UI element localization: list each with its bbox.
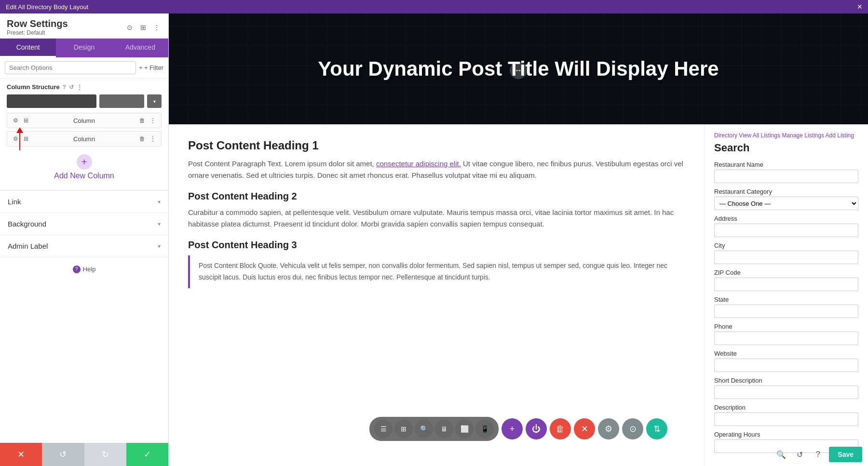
preset-label[interactable]: Preset: Default — [7, 29, 68, 36]
more-icon[interactable]: ⋮ — [152, 23, 162, 32]
help-section: ? Help — [0, 257, 168, 280]
state-input[interactable] — [714, 305, 858, 318]
column-row-2: ⚙ ⊞ Column 🗑 ⋮ — [7, 131, 162, 146]
accordion-background: Background ▾ — [0, 213, 168, 235]
short-description-input[interactable] — [714, 386, 858, 399]
city-input[interactable] — [714, 251, 858, 264]
save-bar: 🔍 ↺ ? Save — [774, 443, 868, 466]
mobile-icon-btn[interactable]: 📱 — [475, 420, 494, 438]
column-row-1: ⚙ ⊞ Column 🗑 ⋮ — [7, 113, 162, 128]
bottom-toolbar: ☰ ⊞ 🔍 🖥 ⬜ 📱 + ⏻ 🗑 ✕ ⚙ ⊙ ⇅ — [369, 417, 667, 441]
post-block-quote: Post Content Block Quote. Vehicula velit… — [188, 255, 685, 288]
post-heading-2: Post Content Heading 2 — [188, 191, 685, 202]
address-input[interactable] — [714, 224, 858, 237]
accordion-link: Link ▾ — [0, 190, 168, 213]
website-input[interactable] — [714, 359, 858, 372]
state-label: State — [714, 296, 858, 303]
breadcrumb-all-listings[interactable]: All Listings — [753, 132, 780, 139]
restaurant-category-label: Restaurant Category — [714, 188, 858, 195]
search-options-bar: + + Filter — [0, 57, 168, 79]
drag-handle[interactable]: ↔ — [510, 62, 527, 79]
target-toolbar-button[interactable]: ⊙ — [622, 418, 643, 439]
accordion-link-header[interactable]: Link ▾ — [0, 191, 168, 213]
add-button[interactable]: + — [502, 418, 523, 439]
column-more-icon-2[interactable]: ⋮ — [149, 134, 157, 143]
column-delete-icon-2[interactable]: 🗑 — [138, 134, 147, 143]
layout-icon[interactable]: ⊞ — [138, 23, 148, 32]
breadcrumb-add-listing[interactable]: Add Listing — [826, 132, 854, 139]
help-button[interactable]: ? Help — [73, 266, 96, 273]
breadcrumb-directory-view[interactable]: Directory View — [714, 132, 751, 139]
post-paragraph-2: Curabitur a commodo sapien, at pellentes… — [188, 207, 685, 230]
description-label: Description — [714, 404, 858, 411]
restaurant-name-input[interactable] — [714, 170, 858, 183]
column-more-icon-1[interactable]: ⋮ — [149, 116, 157, 125]
help-circle-icon[interactable]: ? — [63, 84, 66, 91]
tab-advanced[interactable]: Advanced — [112, 39, 168, 57]
zip-code-input[interactable] — [714, 278, 858, 291]
column-delete-icon-1[interactable]: 🗑 — [138, 116, 147, 125]
cancel-button[interactable]: ✕ — [0, 443, 42, 466]
column-bar-wide — [7, 94, 96, 108]
phone-label: Phone — [714, 323, 858, 330]
chevron-down-icon-bg: ▾ — [158, 221, 161, 227]
column-bar-select[interactable]: ▾ — [147, 94, 162, 108]
hero-banner: Your Dynamic Post Title Will Display Her… — [169, 13, 868, 124]
description-input[interactable] — [714, 413, 858, 426]
desktop-icon-btn[interactable]: 🖥 — [435, 420, 453, 438]
phone-input[interactable] — [714, 332, 858, 345]
accordion-admin-label-header[interactable]: Admin Label ▾ — [0, 235, 168, 257]
tab-design[interactable]: Design — [56, 39, 112, 57]
post-link[interactable]: consectetur adipiscing elit. — [376, 160, 461, 168]
reset-icon[interactable]: ↺ — [69, 84, 74, 91]
close-toolbar-button[interactable]: ✕ — [574, 418, 595, 439]
redo-button[interactable]: ↻ — [84, 443, 126, 466]
column-settings-icon-2[interactable]: ⚙ — [11, 134, 20, 143]
power-button[interactable]: ⏻ — [526, 418, 547, 439]
save-reset-icon[interactable]: ↺ — [792, 447, 807, 462]
breadcrumb-manage-listings[interactable]: Manage Listings — [782, 132, 824, 139]
filter-button[interactable]: + + Filter — [139, 64, 163, 71]
operating-hours-label: Operating Hours — [714, 431, 858, 438]
grid-icon-btn[interactable]: ⊞ — [394, 420, 413, 438]
post-content: Post Content Heading 1 Post Content Para… — [169, 124, 704, 466]
post-heading-3: Post Content Heading 3 — [188, 240, 685, 251]
delete-button[interactable]: 🗑 — [550, 418, 571, 439]
column-settings-icon-1[interactable]: ⚙ — [11, 116, 20, 125]
save-help-icon[interactable]: ? — [811, 447, 825, 462]
accordion-background-header[interactable]: Background ▾ — [0, 213, 168, 235]
main-area: Your Dynamic Post Title Will Display Her… — [169, 13, 868, 466]
filter-icon: + — [139, 64, 143, 71]
row-settings-title: Row Settings — [7, 18, 68, 29]
close-icon[interactable]: × — [857, 2, 862, 12]
column-duplicate-icon-2[interactable]: ⊞ — [22, 134, 30, 143]
column-1-label: Column — [30, 117, 138, 124]
column-more-icon[interactable]: ⋮ — [77, 84, 82, 91]
chevron-down-icon: ▾ — [158, 199, 161, 205]
column-bars: ▾ — [7, 94, 162, 108]
top-bar: Edit All Directory Body Layout × — [0, 0, 868, 13]
tablet-icon-btn[interactable]: ⬜ — [455, 420, 474, 438]
save-search-icon[interactable]: 🔍 — [774, 447, 788, 462]
confirm-button[interactable]: ✓ — [126, 443, 168, 466]
restaurant-category-select[interactable]: — Choose One — — [714, 197, 858, 210]
menu-icon-btn[interactable]: ☰ — [374, 420, 393, 438]
top-bar-title: Edit All Directory Body Layout — [6, 3, 88, 11]
column-bar-narrow — [99, 94, 144, 108]
save-button[interactable]: Save — [829, 447, 862, 462]
search-input[interactable] — [5, 61, 136, 74]
sort-toolbar-button[interactable]: ⇅ — [646, 418, 667, 439]
undo-button[interactable]: ↺ — [42, 443, 84, 466]
post-paragraph-1: Post Content Paragraph Text. Lorem ipsum… — [188, 158, 685, 181]
add-column-button[interactable]: + Add New Column — [7, 149, 162, 185]
column-duplicate-icon-1[interactable]: ⊞ — [22, 116, 30, 125]
short-description-label: Short Description — [714, 377, 858, 384]
search-icon-btn[interactable]: 🔍 — [415, 420, 433, 438]
post-heading-1: Post Content Heading 1 — [188, 139, 685, 152]
tab-content[interactable]: Content — [0, 39, 56, 57]
city-label: City — [714, 242, 858, 249]
settings-toolbar-button[interactable]: ⚙ — [598, 418, 619, 439]
left-panel: Row Settings Preset: Default ⊙ ⊞ ⋮ Conte… — [0, 13, 169, 466]
bottom-bar-left: ✕ ↺ ↻ ✓ — [0, 443, 168, 466]
focus-icon[interactable]: ⊙ — [125, 23, 135, 32]
